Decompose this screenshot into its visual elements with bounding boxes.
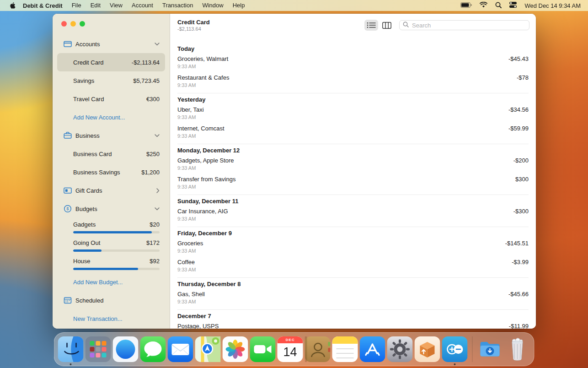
menu-app-name[interactable]: Debit & Credit: [18, 2, 67, 9]
account-label: Savings: [73, 77, 94, 84]
dock-item-package[interactable]: [415, 336, 440, 362]
transaction-name: Restaurant & Cafes: [177, 74, 229, 81]
transaction-row[interactable]: Gadgets, Apple Store9:33 AM -$200: [170, 157, 536, 171]
account-label: Business Card: [73, 151, 112, 157]
dock-item-facetime[interactable]: [250, 336, 276, 362]
transaction-time: 9:33 AM: [177, 64, 228, 70]
sidebar-item-business-savings[interactable]: Business Savings $1,200: [57, 163, 165, 181]
transaction-amount: -$200: [513, 157, 529, 164]
dock-item-app-store[interactable]: [360, 336, 385, 362]
mail-icon: [168, 336, 193, 362]
page-title: Credit Card: [177, 19, 210, 26]
spotlight-search-icon[interactable]: [495, 2, 502, 10]
transaction-amount: -$78: [517, 74, 529, 81]
maps-icon: [195, 336, 221, 362]
transaction-name: Groceries, Walmart: [177, 55, 228, 63]
menu-file[interactable]: File: [67, 0, 86, 11]
dock-item-trash[interactable]: [505, 336, 530, 362]
budget-item-gadgets[interactable]: Gadgets $20: [57, 218, 165, 236]
menu-help[interactable]: Help: [228, 0, 250, 11]
section-label: Business: [75, 132, 100, 139]
control-center-icon[interactable]: [509, 2, 517, 9]
group-divider: [177, 144, 529, 144]
transaction-amount: -$11.99: [509, 323, 529, 329]
close-button[interactable]: [61, 21, 67, 27]
transaction-row[interactable]: Uber, Taxi9:33 AM -$34.56: [170, 106, 536, 120]
notes-icon: [332, 336, 358, 345]
add-new-budget-link[interactable]: Add New Budget...: [57, 273, 165, 291]
transaction-row[interactable]: Groceries, Walmart9:33 AM -$45.43: [170, 55, 536, 70]
dock-item-maps[interactable]: [195, 336, 221, 362]
transaction-row[interactable]: Transfer from Savings9:33 AM $300: [170, 176, 536, 190]
sidebar-section-scheduled[interactable]: Scheduled: [57, 291, 165, 309]
add-new-account-link[interactable]: Add New Account...: [57, 108, 165, 126]
launchpad-icon: [86, 336, 111, 362]
dock-item-downloads[interactable]: [477, 336, 503, 362]
transaction-row[interactable]: Postage, USPS9:33 AM -$11.99: [170, 323, 536, 329]
account-label: Business Savings: [73, 169, 120, 176]
sidebar-item-credit-card[interactable]: Credit Card -$2,113.64: [57, 53, 165, 71]
dock-item-launchpad[interactable]: [86, 336, 111, 362]
budget-item-going-out[interactable]: Going Out $172: [57, 236, 165, 254]
calendar-month-label: DEC: [278, 336, 303, 343]
sidebar-section-accounts[interactable]: Accounts: [57, 35, 165, 53]
search-icon: [403, 21, 409, 29]
menu-account[interactable]: Account: [127, 0, 158, 11]
sidebar-section-budgets[interactable]: $ Budgets: [57, 200, 165, 218]
menu-transaction[interactable]: Transaction: [158, 0, 198, 11]
chevron-down-icon[interactable]: [155, 43, 160, 46]
dock-item-contacts[interactable]: [305, 336, 331, 362]
transaction-row[interactable]: Groceries9:33 AM -$145.51: [170, 240, 536, 254]
sidebar-section-business[interactable]: Business: [57, 126, 165, 145]
transaction-list: Today Groceries, Walmart9:33 AM -$45.43 …: [170, 35, 536, 329]
budget-item-house[interactable]: House $92: [57, 254, 165, 273]
list-view-button[interactable]: [364, 20, 378, 31]
transaction-name: Uber, Taxi: [177, 106, 204, 114]
budget-label: Gadgets: [73, 221, 96, 228]
search-input[interactable]: [411, 22, 526, 29]
dock-item-messages[interactable]: [140, 336, 166, 362]
columns-view-button[interactable]: [380, 20, 394, 31]
search-field[interactable]: [399, 20, 529, 30]
section-label: Accounts: [75, 41, 100, 48]
dock-item-mail[interactable]: [168, 336, 193, 362]
dock-item-notes[interactable]: [332, 336, 358, 362]
credit-card-icon: [64, 40, 72, 48]
new-transaction-link[interactable]: New Transaction...: [57, 309, 165, 328]
zoom-button[interactable]: [80, 21, 85, 27]
transaction-row[interactable]: Coffee9:33 AM -$3.99: [170, 259, 536, 273]
menu-clock[interactable]: Wed Dec 14 9:34 AM: [524, 2, 581, 9]
window-controls: [61, 21, 170, 27]
transaction-row[interactable]: Restaurant & Cafes9:33 AM -$78: [170, 74, 536, 88]
sidebar-item-travel-card[interactable]: Travel Card €300: [57, 90, 165, 108]
dock-item-safari[interactable]: [113, 336, 139, 362]
photos-icon: [223, 336, 248, 362]
transaction-row[interactable]: Gas, Shell9:33 AM -$45.66: [170, 291, 536, 305]
sidebar-list: Accounts Credit Card -$2,113.64 Savings …: [53, 35, 170, 328]
battery-icon[interactable]: [460, 2, 472, 9]
transaction-amount: -$45.66: [508, 291, 529, 298]
minimize-button[interactable]: [70, 21, 76, 27]
sidebar-item-business-card[interactable]: Business Card $250: [57, 145, 165, 163]
menu-window[interactable]: Window: [198, 0, 228, 11]
chevron-down-icon[interactable]: [155, 134, 160, 137]
chevron-down-icon[interactable]: [155, 207, 160, 211]
account-balance: $5,723.45: [133, 77, 160, 84]
chevron-right-icon[interactable]: [156, 188, 160, 193]
wifi-icon[interactable]: [480, 2, 487, 9]
dock-item-photos[interactable]: [223, 336, 248, 362]
transaction-row[interactable]: Car Insurance, AIG9:33 AM -$300: [170, 208, 536, 222]
transaction-time: 9:33 AM: [177, 184, 235, 190]
menu-edit[interactable]: Edit: [86, 0, 105, 11]
transaction-amount: -$3.99: [512, 259, 529, 266]
dock-item-calendar[interactable]: DEC 14: [278, 336, 303, 362]
menu-view[interactable]: View: [105, 0, 127, 11]
dock-item-debit-credit[interactable]: [442, 336, 468, 362]
dock-item-finder[interactable]: [58, 336, 84, 362]
transaction-row[interactable]: Internet, Comcast9:33 AM -$59.99: [170, 125, 536, 139]
dock-item-system-settings[interactable]: [387, 336, 413, 362]
sidebar-section-gift-cards[interactable]: Gift Cards: [57, 181, 165, 200]
calendar-day-label: 14: [278, 343, 303, 362]
sidebar-item-savings[interactable]: Savings $5,723.45: [57, 71, 165, 90]
apple-menu-icon[interactable]: [5, 2, 18, 9]
